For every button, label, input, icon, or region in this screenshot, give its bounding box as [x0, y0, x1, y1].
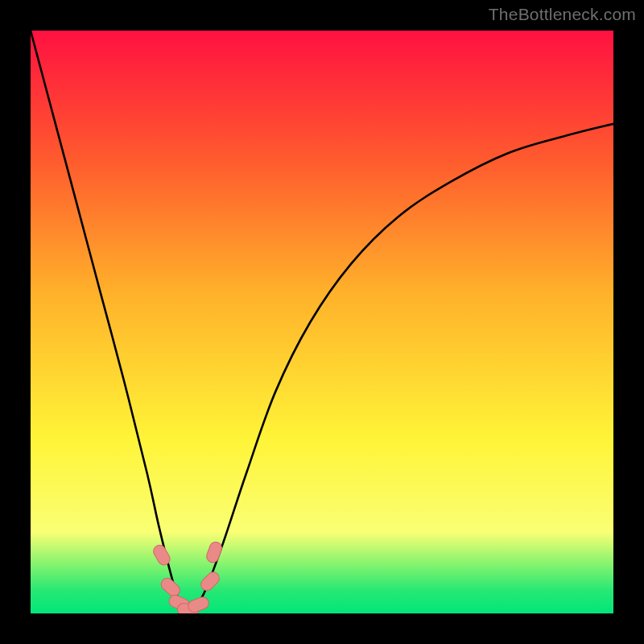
plot-area	[31, 31, 613, 613]
chart-svg	[31, 31, 613, 613]
watermark-text: TheBottleneck.com	[489, 5, 636, 24]
gradient-background	[31, 31, 613, 613]
outer-frame: TheBottleneck.com	[0, 0, 644, 644]
